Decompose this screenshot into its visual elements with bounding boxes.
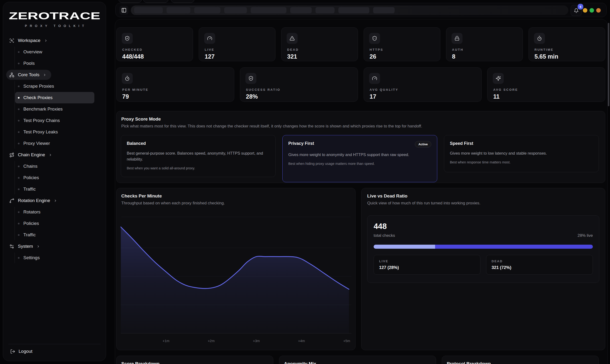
redacted-chip <box>224 7 247 13</box>
sidebar-nav: Workspace Overview Pools Core Tools Scra… <box>3 35 106 263</box>
window-dot-orange[interactable] <box>596 8 601 13</box>
stat-label: DEAD <box>287 48 358 52</box>
live-value: 127 (28%) <box>379 265 475 270</box>
scan-search-icon <box>9 38 14 43</box>
proxy-score-mode-section: Proxy Score Mode Pick what matters most … <box>116 111 605 183</box>
scrollbar-thumb[interactable] <box>608 23 609 106</box>
nav-label: Workspace <box>18 38 40 43</box>
window-dot-amber[interactable] <box>583 8 587 13</box>
tag-pill-extractor[interactable]: extractor <box>143 0 169 3</box>
notifications-button[interactable]: 6 <box>571 5 582 16</box>
mode-body: Gives more weight to anonymity and HTTPS… <box>288 152 431 158</box>
stat-label: AVG QUALITY <box>370 88 481 91</box>
sidebar-item-settings[interactable]: Settings <box>3 252 106 263</box>
nav-label: Scrape Proxies <box>23 84 54 89</box>
svg-text:+4m: +4m <box>298 339 305 343</box>
tag-pill-handoff[interactable]: handoff <box>118 0 142 3</box>
sidebar-toggle-button[interactable] <box>119 6 129 15</box>
total-checks-label: total checks <box>374 233 395 238</box>
bullet-icon <box>18 63 20 64</box>
nav-label: Policies <box>23 221 39 226</box>
sidebar-item-rotators[interactable]: Rotators <box>3 206 106 218</box>
stat-label: RUNTIME <box>534 48 605 52</box>
nav-label: Rotation Engine <box>18 198 50 203</box>
sidebar-item-rotation-traffic[interactable]: Traffic <box>3 229 106 241</box>
core-tools-pill: Core Tools <box>6 70 51 80</box>
svg-text:+2m: +2m <box>208 339 215 343</box>
route-icon <box>9 153 14 157</box>
window-dot-green[interactable] <box>589 8 594 13</box>
checks-per-minute-chart: +1m+2m+3m+4m+5m <box>117 217 356 351</box>
chart-title: Checks Per Minute <box>121 194 350 199</box>
sidebar-item-system[interactable]: System <box>3 241 106 252</box>
sidebar-item-rotation-policies[interactable]: Policies <box>3 218 106 229</box>
chevron-right-icon <box>44 39 48 42</box>
nav-group-system: Settings <box>3 252 106 263</box>
redacted-chip <box>315 7 335 13</box>
bullet-icon <box>18 211 20 213</box>
stat-card-per-minute: PER MINUTE 79 <box>116 67 234 102</box>
triangle-alert-icon <box>287 33 298 44</box>
mode-card-privacy-first[interactable]: Privacy First Active Gives more weight t… <box>282 135 437 182</box>
svg-text:+3m: +3m <box>253 339 260 343</box>
nav-label: Policies <box>23 175 39 180</box>
nav-label: Pools <box>23 61 35 66</box>
bullet-icon <box>18 120 20 121</box>
mode-card-speed-first[interactable]: Speed First Gives more weight to low lat… <box>444 135 599 172</box>
sidebar-item-benchmark-proxies[interactable]: Benchmark Proxies <box>3 104 106 115</box>
gauge-icon <box>204 33 215 44</box>
stat-value: 79 <box>122 93 234 100</box>
bullet-icon <box>18 143 20 144</box>
sidebar-item-overview[interactable]: Overview <box>3 46 106 58</box>
sidebar-item-workspace[interactable]: Workspace <box>3 35 106 46</box>
redacted-chip <box>167 7 190 13</box>
stat-label: CHECKED <box>122 48 193 52</box>
sidebar-item-check-proxies[interactable]: Check Proxies <box>15 92 94 104</box>
redacted-chip <box>338 7 369 13</box>
logout-button[interactable]: Logout <box>8 344 101 359</box>
stat-value: 5.65 min <box>534 53 605 60</box>
sliders-icon <box>9 244 14 249</box>
bullet-icon <box>18 166 20 167</box>
sidebar-item-chain-engine[interactable]: Chain Engine <box>3 149 106 161</box>
sidebar-item-chain-traffic[interactable]: Traffic <box>3 183 106 195</box>
mode-body: Gives more weight to low latency and sta… <box>450 150 593 156</box>
nav-label: Proxy Viewer <box>23 141 50 146</box>
sidebar-item-rotation-engine[interactable]: Rotation Engine <box>3 195 106 206</box>
nav-group-core-tools: Scrape Proxies Check Proxies Benchmark P… <box>3 80 106 149</box>
topbar: 6 <box>115 3 607 17</box>
bullet-icon <box>18 97 20 99</box>
stat-value: 28% <box>246 93 358 100</box>
nav-label: Overview <box>23 49 42 54</box>
sidebar-item-core-tools[interactable]: Core Tools <box>3 69 106 80</box>
nav-label: Rotators <box>23 209 40 215</box>
live-stat-box: LIVE 127 (28%) <box>374 255 480 275</box>
sidebar-item-proxy-viewer[interactable]: Proxy Viewer <box>3 138 106 149</box>
live-dead-progress-bar <box>374 245 593 249</box>
panel-left-icon <box>121 8 127 13</box>
bullet-icon <box>18 177 20 179</box>
search-input[interactable] <box>131 5 568 15</box>
sidebar-item-chains[interactable]: Chains <box>3 161 106 172</box>
stat-card-avg-score: AVG SCORE 11 <box>487 67 605 102</box>
score-breakdown-card: Score Breakdown <box>116 356 273 364</box>
live-vs-dead-card: Live vs Dead Ratio Quick view of how muc… <box>361 188 605 350</box>
bullet-icon <box>18 223 20 224</box>
sidebar-item-test-proxy-leaks[interactable]: Test Proxy Leaks <box>3 126 106 138</box>
gauge-icon <box>369 73 380 84</box>
sidebar-item-test-proxy-chains[interactable]: Test Proxy Chains <box>3 115 106 126</box>
logout-label: Logout <box>19 349 32 354</box>
ratio-panel: 448 total checks 28% live LIVE 127 (28%)… <box>367 215 599 283</box>
dead-label: DEAD <box>492 260 587 263</box>
tag-pill-label: checker <box>177 0 189 0</box>
sidebar-item-scrape-proxies[interactable]: Scrape Proxies <box>3 80 106 92</box>
tag-pill-checker[interactable]: checker <box>171 0 195 3</box>
mode-body: Best general-purpose score. Balances spe… <box>127 150 270 162</box>
mode-card-balanced[interactable]: Balanced Best general-purpose score. Bal… <box>121 135 276 177</box>
brand-wordmark: ZEROTRACE <box>7 10 102 21</box>
stat-card-dead: DEAD 321 <box>281 27 358 61</box>
stat-card-checked: CHECKED 448/448 <box>116 27 193 61</box>
total-checks-value: 448 <box>374 222 593 231</box>
sidebar-item-chain-policies[interactable]: Policies <box>3 172 106 183</box>
sidebar-item-pools[interactable]: Pools <box>3 58 106 69</box>
